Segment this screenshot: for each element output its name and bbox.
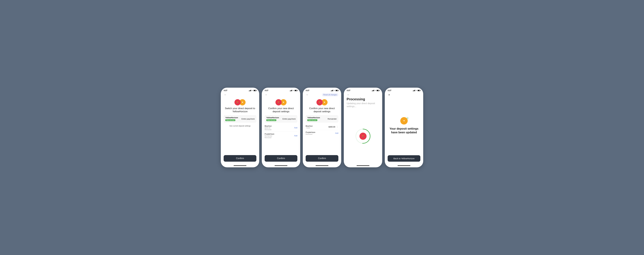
home-bar-2 bbox=[274, 165, 288, 166]
battery-icon-3 bbox=[336, 90, 338, 91]
purplehaze-name-2: PurpleHaze bbox=[265, 133, 274, 135]
signal-icon-3 bbox=[331, 90, 333, 91]
back-button-4[interactable]: ← bbox=[347, 93, 350, 96]
confirm-button-2[interactable]: Confirm bbox=[265, 155, 297, 162]
bluesun-amount-2: $300.00 bbox=[265, 127, 272, 129]
success-title: Your deposit settings have been updated bbox=[388, 127, 420, 134]
account-name-3a: YellowHorizon bbox=[307, 116, 320, 119]
time-1: 3:27 bbox=[224, 89, 227, 92]
account-name-2: YellowHorizon bbox=[266, 116, 279, 119]
runner-icon-1: 🏃 bbox=[236, 101, 239, 104]
bluesun-right-3: $300.00 ⋮ bbox=[328, 126, 338, 128]
time-5: 3:27 bbox=[388, 89, 391, 92]
account-card-1: YellowHorizon New account Entire paychec… bbox=[224, 115, 256, 123]
logo-yellow-5: ✦ bbox=[400, 117, 408, 124]
phone-1: 3:27 ∿ ← 🏃 bbox=[221, 88, 259, 167]
logos-area-2: 🏃 ✦ bbox=[265, 99, 297, 106]
list-item-bluesun-3: BlueSun ··5343 $300.00 ⋮ bbox=[306, 124, 338, 130]
confirm-button-1[interactable]: Confirm bbox=[224, 155, 256, 162]
list-item-purplehaze-3: PurpleHaze Removed Add bbox=[306, 130, 338, 136]
home-bar-1 bbox=[234, 165, 246, 166]
screen-title-1: Switch your direct deposit to YellowHori… bbox=[224, 107, 256, 113]
add-purplehaze-2[interactable]: Add bbox=[294, 134, 297, 137]
home-indicator-5 bbox=[385, 164, 423, 167]
bluesun-info-3: BlueSun ··5343 bbox=[306, 125, 312, 129]
purplehaze-removed-3: Removed bbox=[306, 133, 315, 135]
bluesun-name-2: BlueSun bbox=[265, 125, 272, 127]
reset-button-3[interactable]: Reset all changes bbox=[322, 93, 338, 96]
status-bar-4: 3:27 ∿ bbox=[344, 88, 382, 92]
wifi-icon-2: ∿ bbox=[293, 90, 294, 91]
see-link-1[interactable]: See current deposit settings bbox=[224, 125, 256, 127]
nav-bar-1: ← bbox=[221, 92, 259, 97]
arc-container: 🏃 bbox=[354, 128, 372, 145]
back-button-2[interactable]: ← bbox=[265, 93, 268, 96]
close-button-5[interactable]: ✕ bbox=[388, 93, 390, 97]
nav-bar-2: ← bbox=[262, 92, 300, 97]
back-button-3[interactable]: ← bbox=[306, 93, 309, 96]
removed-list-2: BlueSun $300.00 Removed Add PurpleHaze R… bbox=[265, 124, 297, 140]
runner-icon-3: 🏃 bbox=[318, 101, 321, 104]
new-badge-1: New account bbox=[225, 119, 235, 121]
account-amount-3a: Remainder bbox=[328, 118, 337, 120]
processing-subtitle: Updating your direct deposit settings... bbox=[347, 102, 379, 108]
sun-icon-1: ✦ bbox=[242, 101, 244, 104]
account-info-3a: YellowHorizon New account bbox=[307, 116, 320, 121]
success-content: ✦ ✓ Your deposit settings have been upda… bbox=[385, 97, 423, 154]
account-amount-1: Entire paycheck bbox=[242, 118, 255, 120]
add-purplehaze-3[interactable]: Add bbox=[335, 132, 338, 134]
bluesun-name-3: BlueSun bbox=[306, 125, 312, 127]
status-bar-2: 3:27 ∿ bbox=[262, 88, 300, 92]
sun-icon-5: ✦ bbox=[403, 119, 405, 122]
status-icons-1: ∿ bbox=[249, 90, 256, 91]
wifi-icon-4: ∿ bbox=[375, 90, 376, 91]
back-button-1[interactable]: ← bbox=[224, 93, 227, 96]
spinner-inner: 🏃 bbox=[360, 132, 366, 140]
account-card-2: YellowHorizon New account Entire paychec… bbox=[265, 115, 297, 123]
home-indicator-4 bbox=[344, 164, 382, 167]
more-button-bluesun-3[interactable]: ⋮ bbox=[336, 126, 338, 128]
bluesun-detail-3: ··5343 bbox=[306, 127, 312, 129]
confirm-btn-area-3: Confirm bbox=[303, 154, 341, 164]
phone-5: 3:27 ∿ ✕ ✦ bbox=[385, 88, 423, 167]
phone3-content: 🏃 ✦ Confirm your new direct deposit sett… bbox=[303, 97, 341, 154]
status-icons-4: ∿ bbox=[372, 90, 380, 91]
account-info-1: YellowHorizon New account bbox=[225, 116, 238, 121]
list-item-bluesun-2: BlueSun $300.00 Removed Add bbox=[265, 124, 297, 132]
purplehaze-detail-2: Remainder bbox=[265, 135, 274, 137]
status-icons-2: ∿ bbox=[290, 90, 298, 91]
battery-icon-4 bbox=[376, 90, 379, 91]
logos-area-1: 🏃 ✦ bbox=[224, 99, 256, 106]
nav-bar-3: ← Reset all changes bbox=[303, 92, 341, 97]
status-bar-5: 3:27 ∿ bbox=[385, 88, 423, 92]
status-icons-5: ∿ bbox=[413, 90, 420, 91]
time-4: 3:27 bbox=[347, 89, 350, 92]
back-btn-area-5: Back to YellowHorizon bbox=[385, 154, 423, 164]
processing-animation: 🏃 bbox=[347, 108, 379, 164]
account-row-3a: YellowHorizon New account Remainder bbox=[307, 116, 337, 121]
time-3: 3:27 bbox=[306, 89, 309, 92]
phone2-content: 🏃 ✦ Confirm your new direct deposit sett… bbox=[262, 97, 300, 154]
phone-3: 3:27 ∿ ← Reset all changes 🏃 bbox=[303, 88, 341, 167]
logo-red-1: 🏃 bbox=[234, 99, 241, 106]
logo-red-2: 🏃 bbox=[276, 99, 282, 106]
list-item-purplehaze-2: PurpleHaze Remainder Removed Add bbox=[265, 132, 297, 140]
runner-icon-4: 🏃 bbox=[362, 134, 364, 138]
phones-container: 3:27 ∿ ← 🏃 bbox=[221, 88, 423, 167]
status-icons-3: ∿ bbox=[331, 90, 338, 91]
phone1-content: 🏃 ✦ Switch your direct deposit to Yellow… bbox=[221, 97, 259, 154]
wifi-icon-3: ∿ bbox=[334, 90, 335, 91]
add-bluesun-2[interactable]: Add bbox=[294, 127, 297, 129]
time-2: 3:27 bbox=[265, 89, 268, 92]
back-to-yellowhorizon-button[interactable]: Back to YellowHorizon bbox=[388, 155, 420, 162]
runner-icon-2: 🏃 bbox=[277, 101, 280, 104]
bluesun-info-2: BlueSun $300.00 Removed bbox=[265, 125, 272, 130]
signal-icon-5 bbox=[413, 90, 415, 91]
battery-icon-1 bbox=[254, 90, 256, 91]
logo-red-3: 🏃 bbox=[316, 99, 323, 106]
home-bar-4 bbox=[356, 165, 370, 166]
confirm-button-3[interactable]: Confirm bbox=[306, 155, 338, 162]
phone-2: 3:27 ∿ ← 🏃 bbox=[262, 88, 300, 167]
phone4-content: Processing Updating your direct deposit … bbox=[344, 97, 382, 164]
account-amount-2: Entire paycheck bbox=[282, 118, 296, 120]
